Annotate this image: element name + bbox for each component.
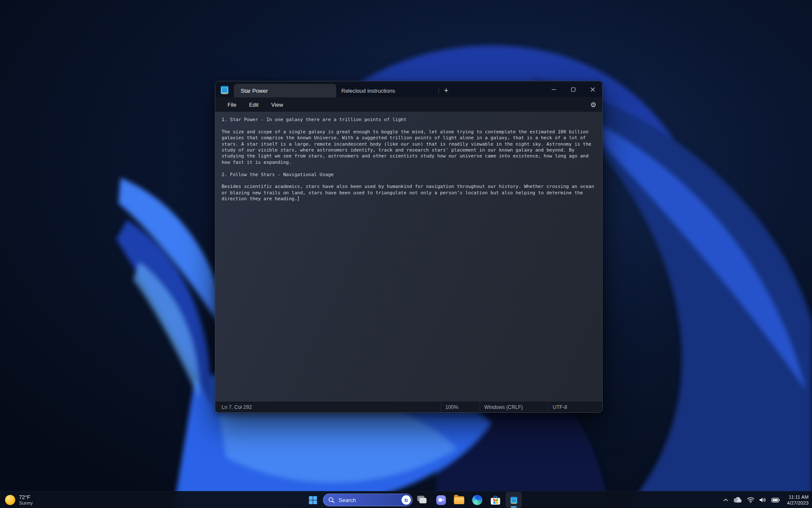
close-button[interactable] [583,81,602,97]
network-button[interactable] [747,497,754,503]
maximize-icon [571,87,576,92]
weather-widget[interactable]: 72°F Sunny [5,491,33,508]
file-explorer-icon [454,496,464,504]
chat-icon [436,495,446,505]
editor-area[interactable]: 1. Star Power - In one galaxy there are … [215,112,602,402]
tab-label: Relecloud instructions [341,88,395,94]
cursor-position: Ln 7, Col 292 [215,402,441,412]
edge-button[interactable] [469,492,486,508]
tab-label: Star Power [241,88,268,94]
task-view-icon [415,492,431,508]
battery-button[interactable] [771,498,780,502]
search-icon [329,497,335,503]
notepad-taskbar-button[interactable] [506,492,522,508]
editor-text: 1. Star Power - In one galaxy there are … [222,117,596,202]
wifi-icon [747,497,754,503]
line-ending[interactable]: Windows (CRLF) [480,402,548,412]
clock[interactable]: 11:11 AM 4/27/2023 [787,494,809,506]
onedrive-button[interactable] [733,497,742,503]
plus-icon: + [444,86,448,95]
gear-icon: ⚙ [590,101,596,109]
tray-time: 11:11 AM [787,494,809,500]
show-hidden-icons-button[interactable] [723,498,728,502]
volume-button[interactable] [759,497,767,503]
bing-icon[interactable]: b [402,495,411,505]
editor-line [222,178,596,184]
editor-line: The size and scope of a single galaxy is… [222,129,596,135]
notepad-app-icon [220,85,229,94]
status-bar: Ln 7, Col 292 100% Windows (CRLF) UTF-8 [215,402,602,412]
tab-relecloud-instructions[interactable]: Relecloud instructions [337,84,439,97]
text-caret [298,196,299,201]
minimize-button[interactable] [544,81,563,97]
editor-line: Besides scientific academics, stars have… [222,184,596,190]
editor-line: 1. Star Power - In one galaxy there are … [222,117,596,123]
close-icon [590,87,595,92]
search-box[interactable]: Search b [323,494,413,506]
store-icon [491,498,500,505]
onedrive-cloud-icon [733,497,742,503]
editor-line: how fast it is expanding. [222,160,596,166]
menu-view[interactable]: View [266,100,288,110]
edge-icon [472,495,483,505]
sun-icon [5,495,15,505]
windows-start-icon [308,496,317,505]
chevron-up-icon [723,498,728,502]
menu-file[interactable]: File [222,100,241,110]
new-tab-button[interactable]: + [439,84,453,97]
taskbar: 72°F Sunny Search b [0,491,812,508]
chat-button[interactable] [433,492,449,508]
battery-icon [771,498,780,502]
maximize-button[interactable] [563,81,583,97]
minimize-icon [551,87,556,92]
editor-line [222,166,596,171]
search-placeholder: Search [339,497,356,503]
notepad-icon [510,496,517,505]
editor-line: stars. A star itself is a large, remote … [222,141,596,147]
encoding[interactable]: UTF-8 [548,402,602,412]
editor-line [222,123,596,129]
editor-line: study of our visible stars, where astron… [222,147,596,153]
editor-line: studying the light we see from stars, as… [222,153,596,159]
volume-icon [759,497,767,503]
editor-line: or blazing new trails on land, stars hav… [222,190,596,196]
tab-star-power[interactable]: Star Power [234,84,336,97]
settings-button[interactable]: ⚙ [590,97,596,112]
title-bar[interactable]: Star Power Relecloud instructions + [215,81,602,97]
zoom-level[interactable]: 100% [441,402,480,412]
weather-condition: Sunny [19,500,33,506]
store-button[interactable] [488,492,504,508]
editor-line: direction they are heading. [222,196,596,202]
task-view-button[interactable] [415,492,431,508]
file-explorer-button[interactable] [451,492,467,508]
menu-bar-items: FileEditView [221,100,289,110]
notepad-window: Star Power Relecloud instructions + File… [215,81,603,413]
editor-line: 2. Follow the Stars - Navigational Usage [222,172,596,178]
tray-date: 4/27/2023 [787,500,809,506]
menu-edit[interactable]: Edit [244,100,263,110]
menu-bar: FileEditView ⚙ [215,97,602,112]
editor-line: galaxies that comprise the known Univers… [222,135,596,141]
start-button[interactable] [305,492,321,508]
weather-temp: 72°F [19,494,33,500]
